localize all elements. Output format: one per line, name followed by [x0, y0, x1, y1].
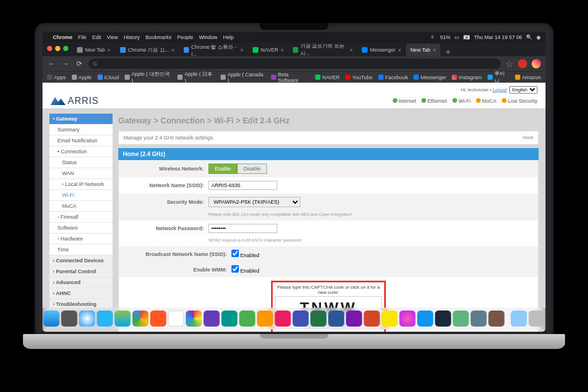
close-icon: × — [240, 47, 243, 53]
dock-onenote-icon[interactable] — [346, 311, 362, 327]
reload-button[interactable]: ⟳ — [75, 60, 84, 68]
dock-app-icon[interactable] — [293, 311, 309, 327]
sidebar-item-wifi[interactable]: Wi-Fi — [49, 190, 113, 201]
tab-5[interactable]: 가끔 글쓰기에 쓰는 사...× — [288, 44, 357, 56]
dock-powerpoint-icon[interactable] — [364, 311, 380, 327]
sidebar-gateway[interactable]: • Gateway — [49, 114, 113, 125]
dock-appstore-icon[interactable] — [150, 311, 167, 327]
extension-icon[interactable] — [518, 59, 527, 68]
dock-app-icon[interactable] — [222, 311, 238, 327]
dock-chrome-icon[interactable] — [133, 311, 149, 327]
dock-maps-icon[interactable] — [115, 311, 131, 327]
bookmark-item[interactable]: YouTube — [345, 75, 372, 80]
dock-messages-icon[interactable] — [239, 311, 256, 327]
bookmark-item[interactable]: Apple — [72, 75, 92, 80]
tab-7-active[interactable]: New Tab× — [406, 44, 441, 56]
password-hint: WPA2 requires a 8-63 ASCII character pas… — [119, 236, 538, 246]
input-icon[interactable]: 🇰🇷 — [463, 34, 470, 40]
bookmark-item[interactable]: Apple ( Canada ) — [220, 72, 265, 83]
siri-icon[interactable]: ◉ — [536, 34, 541, 40]
dock-calendar-icon[interactable] — [168, 311, 184, 327]
new-tab-button[interactable]: + — [443, 47, 453, 56]
sidebar-section[interactable]: › Advanced — [49, 277, 113, 288]
sidebar-section[interactable]: › AHNC — [49, 288, 113, 299]
sidebar-item[interactable]: Email Notification — [49, 135, 113, 146]
sidebar-section[interactable]: › Parental Control — [49, 266, 113, 277]
bookmark-item[interactable]: NAVER — [315, 75, 339, 80]
bookmark-item[interactable]: Apple ( 대한민국 ) — [125, 71, 172, 84]
bookmark-apps[interactable]: Apps — [47, 75, 66, 80]
tab-2[interactable]: Chrome 가끔 끄... × — [115, 44, 179, 56]
wmm-checkbox[interactable] — [231, 265, 239, 273]
sidebar-item[interactable]: › Firewall — [49, 212, 113, 223]
sidebar-section[interactable]: › Connected Devices — [49, 255, 113, 266]
sidebar-item[interactable]: Time — [49, 244, 113, 255]
forward-button[interactable]: → — [61, 60, 70, 68]
dock-trash-icon[interactable] — [529, 311, 545, 327]
sidebar-item[interactable]: Software — [49, 223, 113, 234]
wifi-icon[interactable]: ᯤ — [431, 34, 436, 40]
bookmark-item[interactable]: Beta Software — [271, 72, 310, 83]
menu-edit[interactable]: Edit — [92, 34, 102, 40]
tab-3[interactable]: Chrome 빨 스튜와 - I...× — [179, 44, 248, 56]
spotlight-icon[interactable]: 🔍 — [526, 34, 532, 40]
dock-app-icon[interactable] — [257, 311, 273, 327]
bookmark-item[interactable]: Messenger — [413, 75, 446, 80]
bookmark-item[interactable]: Amazon — [515, 75, 541, 80]
ssid-input[interactable] — [208, 181, 277, 190]
broadcast-checkbox[interactable] — [231, 250, 239, 257]
menu-help[interactable]: Help — [223, 34, 234, 40]
disable-button[interactable]: Disable — [237, 164, 267, 174]
sidebar-item[interactable]: Summary — [49, 125, 113, 135]
sidebar-item[interactable]: Status — [49, 157, 113, 168]
tab-6[interactable]: Messenger× — [357, 44, 405, 56]
status-dot-icon — [476, 98, 481, 103]
back-button[interactable]: ← — [47, 60, 56, 68]
dock-app-icon[interactable] — [275, 311, 291, 327]
tab-1[interactable]: New Tab× — [72, 44, 115, 56]
language-select[interactable]: English — [509, 86, 537, 94]
sidebar-item[interactable]: MoCA — [49, 201, 113, 212]
dock-app-icon[interactable] — [204, 311, 220, 327]
star-icon[interactable]: ☆ — [505, 59, 513, 69]
dock-photos-icon[interactable] — [186, 311, 202, 327]
profile-avatar[interactable] — [532, 59, 541, 68]
dock-folder-icon[interactable] — [511, 311, 527, 327]
menu-file[interactable]: File — [78, 34, 87, 40]
dock-word-icon[interactable] — [328, 311, 345, 327]
bookmark-item[interactable]: iCloud — [98, 75, 119, 80]
security-select[interactable]: WPAWPA2-PSK (TKIP/AES) — [208, 197, 300, 207]
bookmark-item[interactable]: Instagram — [452, 75, 482, 80]
enable-button[interactable]: Enable — [208, 164, 237, 174]
app-name[interactable]: Chrome — [53, 34, 72, 40]
password-input[interactable] — [208, 224, 277, 233]
dock-excel-icon[interactable] — [311, 311, 327, 327]
menu-history[interactable]: History — [123, 34, 140, 40]
sidebar-item[interactable]: › Local IP Network — [49, 179, 113, 190]
dock-sysprefs-icon[interactable] — [61, 311, 78, 327]
window-controls[interactable] — [47, 46, 68, 51]
sidebar-item[interactable]: • Connection — [49, 146, 113, 157]
dock-finder-icon[interactable] — [44, 311, 60, 327]
dock-steam-icon[interactable] — [435, 311, 451, 327]
menu-bookmarks[interactable]: Bookmarks — [145, 34, 171, 40]
dock-atom-icon[interactable] — [453, 311, 469, 327]
sidebar-item[interactable]: WAN — [49, 168, 113, 179]
address-bar[interactable]: G — [88, 59, 501, 69]
dock-app-icon[interactable] — [471, 311, 487, 327]
tab-4[interactable]: NAVER× — [248, 44, 288, 56]
more-link[interactable]: more — [523, 135, 533, 141]
sidebar-item[interactable]: › Hardware — [49, 234, 113, 244]
dock-appstore-icon[interactable] — [417, 311, 434, 327]
menu-view[interactable]: View — [107, 34, 118, 40]
bookmark-item[interactable]: Apple ( 日本 ) — [177, 71, 215, 84]
dock-mail-icon[interactable] — [97, 311, 113, 327]
menu-people[interactable]: People — [177, 34, 193, 40]
bookmark-item[interactable]: Facebook — [378, 75, 408, 80]
dock-itunes-icon[interactable] — [400, 311, 416, 327]
dock-safari-icon[interactable] — [79, 311, 95, 327]
dock-app-icon[interactable] — [489, 311, 505, 327]
logout-link[interactable]: Logout — [493, 87, 506, 92]
menu-window[interactable]: Window — [199, 34, 217, 40]
dock-kakao-icon[interactable] — [382, 311, 398, 327]
